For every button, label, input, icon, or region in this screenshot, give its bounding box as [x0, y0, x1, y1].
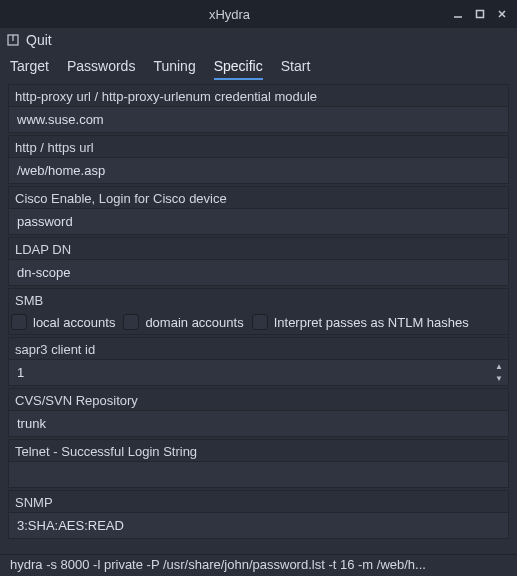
status-bar: hydra -s 8000 -l private -P /usr/share/j…: [0, 554, 517, 576]
input-sapr3[interactable]: [9, 359, 508, 385]
svg-rect-0: [477, 11, 484, 18]
label-cisco: Cisco Enable, Login for Cisco device: [15, 191, 502, 206]
input-telnet[interactable]: [9, 461, 508, 487]
checkbox-smb-domain[interactable]: [123, 314, 139, 330]
tab-passwords[interactable]: Passwords: [67, 56, 135, 80]
minimize-icon[interactable]: [451, 7, 465, 21]
tab-specific[interactable]: Specific: [214, 56, 263, 80]
label-smb-domain: domain accounts: [145, 315, 243, 330]
tab-bar: Target Passwords Tuning Specific Start: [0, 52, 517, 80]
label-http-url: http / https url: [15, 140, 502, 155]
input-ldap[interactable]: [9, 259, 508, 285]
label-cvssvn: CVS/SVN Repository: [15, 393, 502, 408]
maximize-icon[interactable]: [473, 7, 487, 21]
label-ldap: LDAP DN: [15, 242, 502, 257]
input-http-url[interactable]: [9, 157, 508, 183]
label-snmp: SNMP: [15, 495, 502, 510]
input-cvssvn[interactable]: [9, 410, 508, 436]
input-cisco[interactable]: [9, 208, 508, 234]
label-smb: SMB: [15, 293, 502, 308]
window-title: xHydra: [8, 7, 451, 22]
title-bar: xHydra: [0, 0, 517, 28]
chevron-down-icon[interactable]: ▼: [491, 372, 507, 384]
input-snmp[interactable]: [9, 512, 508, 538]
sapr3-stepper[interactable]: ▲ ▼: [491, 360, 507, 384]
label-smb-ntlm: Interpret passes as NTLM hashes: [274, 315, 469, 330]
label-http-proxy: http-proxy url / http-proxy-urlenum cred…: [15, 89, 502, 104]
quit-icon[interactable]: [6, 33, 20, 47]
menu-bar: Quit: [0, 28, 517, 52]
tab-tuning[interactable]: Tuning: [153, 56, 195, 80]
tab-target[interactable]: Target: [10, 56, 49, 80]
checkbox-smb-local[interactable]: [11, 314, 27, 330]
label-smb-local: local accounts: [33, 315, 115, 330]
checkbox-smb-ntlm[interactable]: [252, 314, 268, 330]
menu-quit[interactable]: Quit: [26, 32, 52, 48]
form-panel: http-proxy url / http-proxy-urlenum cred…: [0, 80, 517, 545]
close-icon[interactable]: [495, 7, 509, 21]
label-sapr3: sapr3 client id: [15, 342, 502, 357]
input-http-proxy[interactable]: [9, 106, 508, 132]
tab-start[interactable]: Start: [281, 56, 311, 80]
chevron-up-icon[interactable]: ▲: [491, 360, 507, 372]
label-telnet: Telnet - Successful Login String: [15, 444, 502, 459]
